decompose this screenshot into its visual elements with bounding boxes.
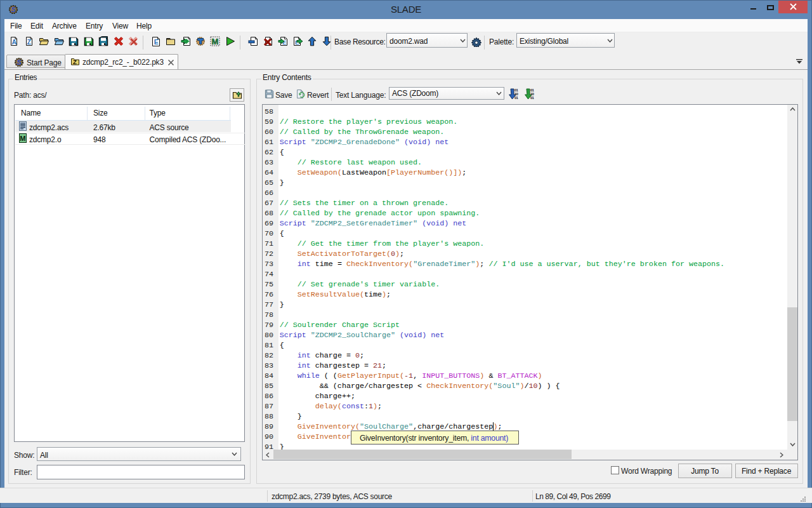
svg-text:01: 01 — [514, 96, 518, 100]
svg-text:Z: Z — [73, 58, 77, 65]
svg-text:S: S — [11, 6, 16, 13]
svg-text:M: M — [212, 37, 219, 46]
svg-text:A: A — [11, 38, 16, 46]
svg-text:01: 01 — [530, 96, 534, 100]
svg-text:Z: Z — [27, 38, 32, 46]
svg-text:S: S — [17, 58, 22, 66]
svg-text:M: M — [20, 135, 25, 142]
svg-text:E: E — [154, 38, 159, 46]
